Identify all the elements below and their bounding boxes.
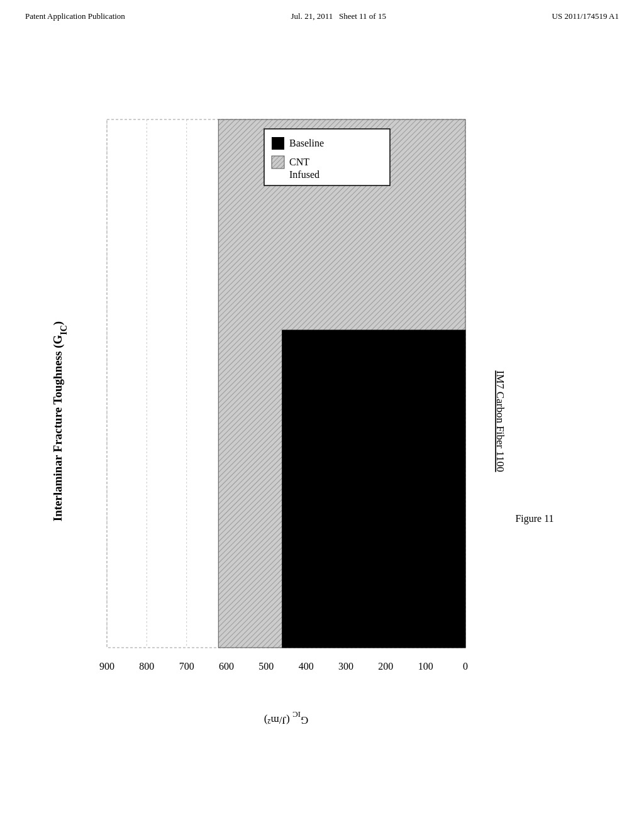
date-label: Jul. 21, 2011 (291, 11, 333, 21)
legend-infused-label: Infused (289, 169, 319, 180)
date-sheet-label: Jul. 21, 2011 Sheet 11 of 15 (291, 11, 386, 21)
chart-svg: Interlaminar Fracture Toughness (GIC) 90… (38, 82, 604, 755)
baseline-bar (282, 330, 465, 648)
legend-cnt-swatch (272, 156, 284, 169)
x-axis-label: GIC (J/m²) (264, 711, 309, 727)
legend-baseline-label: Baseline (289, 138, 324, 148)
tick-400: 400 (299, 661, 314, 672)
page-header: Patent Application Publication Jul. 21, … (0, 0, 644, 21)
publication-label: Patent Application Publication (25, 11, 125, 21)
legend-baseline-swatch (272, 137, 284, 150)
sheet-label: Sheet 11 of 15 (339, 11, 386, 21)
tick-0: 0 (463, 661, 468, 672)
patent-number-label: US 2011/174519 A1 (552, 11, 619, 21)
legend-cnt-label: CNT (289, 157, 309, 167)
tick-900: 900 (99, 661, 114, 672)
tick-800: 800 (139, 661, 154, 672)
tick-700: 700 (179, 661, 194, 672)
y-axis-title: Interlaminar Fracture Toughness (GIC) (51, 321, 69, 521)
fiber-label: IM7 Carbon Fiber 1100 (494, 370, 506, 472)
tick-100: 100 (418, 661, 433, 672)
tick-600: 600 (219, 661, 234, 672)
tick-200: 200 (378, 661, 393, 672)
tick-300: 300 (338, 661, 353, 672)
tick-500: 500 (258, 661, 274, 672)
figure-label: Figure 11 (515, 513, 553, 524)
